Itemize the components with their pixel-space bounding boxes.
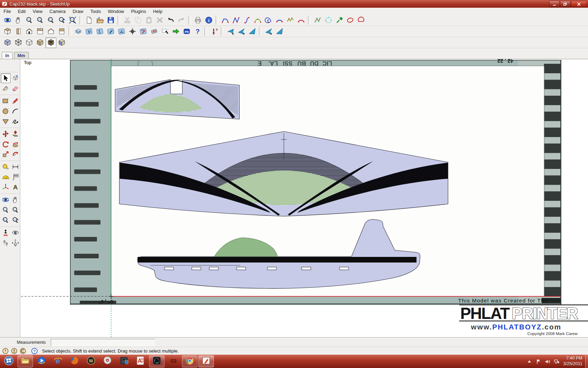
look-around-tool[interactable]	[10, 228, 20, 238]
bz-curve-button[interactable]	[220, 15, 231, 26]
menu-tools[interactable]: Tools	[87, 8, 104, 15]
eraser-tool[interactable]	[10, 83, 20, 93]
status-credit-icon[interactable]	[11, 348, 18, 354]
style-shaded-button[interactable]	[35, 38, 46, 48]
zoom-next-button[interactable]	[56, 15, 67, 26]
close-button[interactable]	[571, 1, 587, 7]
tray-network-icon[interactable]	[554, 359, 560, 364]
menu-file[interactable]: File	[0, 8, 14, 15]
print-button[interactable]	[192, 15, 203, 26]
bz-scurve-button[interactable]	[241, 15, 252, 26]
section-plane-tool[interactable]: CA-5	[10, 238, 20, 248]
style-xray-button[interactable]	[2, 38, 13, 48]
mark-x-button[interactable]: x	[236, 26, 247, 37]
mark-solid-button[interactable]	[247, 26, 258, 37]
tape-measure-tool[interactable]	[1, 162, 10, 172]
menu-draw[interactable]: Draw	[69, 8, 87, 15]
taskbar-photo-viewer[interactable]	[149, 355, 164, 367]
bz-arc-red-button[interactable]	[296, 15, 307, 26]
rectangle-tool[interactable]	[1, 96, 10, 106]
phlat-go-button[interactable]	[170, 26, 181, 37]
phlat-eraser-button[interactable]: Pb	[149, 26, 160, 37]
minimize-button[interactable]	[549, 1, 560, 7]
show-desktop-button[interactable]	[585, 355, 588, 368]
open-button[interactable]	[94, 15, 105, 26]
measurements-input[interactable]	[51, 339, 155, 346]
taskbar-start-button[interactable]	[1, 355, 16, 367]
taskbar-g3[interactable]: G3	[166, 355, 181, 367]
bz-spiral-button[interactable]	[263, 15, 274, 26]
bz-polyline-button[interactable]	[231, 15, 241, 26]
make-component-tool[interactable]	[10, 73, 20, 83]
tray-up-icon[interactable]	[526, 359, 532, 364]
phlat-help-button[interactable]: ?	[192, 26, 203, 37]
title-bar[interactable]: Cap232-black.skp - SketchUp	[0, 0, 588, 8]
copy-button[interactable]	[133, 15, 144, 26]
scene-tab-mm[interactable]: Mm	[14, 52, 29, 59]
mark-x2-button[interactable]: x	[263, 26, 274, 37]
dimension-tool[interactable]	[10, 162, 20, 172]
view-front-elev-button[interactable]	[46, 26, 56, 37]
cut-button[interactable]	[122, 15, 133, 26]
paste-button[interactable]	[144, 15, 154, 26]
menu-help[interactable]: Help	[149, 8, 166, 15]
taskbar-sketchup[interactable]	[198, 355, 214, 367]
drawing-canvas[interactable]: ELA.SSIBUDULIC	[20, 59, 588, 338]
style-wireframe-button[interactable]	[13, 38, 24, 48]
phlat-select-button[interactable]	[160, 26, 170, 37]
polygon-tool[interactable]	[1, 116, 10, 126]
position-camera-tool[interactable]	[1, 228, 10, 238]
zoom-window-tool[interactable]	[10, 205, 20, 215]
offset-tool[interactable]	[10, 149, 20, 159]
pan-button[interactable]	[13, 15, 24, 26]
phlat-panel-button[interactable]	[73, 26, 84, 37]
taskbar-clock[interactable]: 7:40 PM 3/25/2011	[563, 356, 582, 367]
model-info-button[interactable]: i	[203, 15, 214, 26]
taskbar-firefox[interactable]	[67, 355, 82, 367]
undo-button[interactable]	[165, 15, 176, 26]
tray-volume-icon[interactable]	[545, 359, 551, 364]
help-icon[interactable]: ?	[31, 348, 38, 354]
menu-plugins[interactable]: Plugins	[128, 8, 150, 15]
bz-arc-blue-button[interactable]	[274, 15, 285, 26]
scale-tool[interactable]	[1, 149, 10, 159]
phlat-safe-button[interactable]	[84, 26, 94, 37]
taskbar-wmp[interactable]	[34, 355, 49, 367]
maximize-button[interactable]	[560, 1, 570, 7]
phlat-center-button[interactable]	[127, 26, 138, 37]
style-textured-button[interactable]	[46, 38, 56, 48]
taskbar-amplifier[interactable]	[116, 355, 132, 367]
bz-polygon-button[interactable]	[323, 15, 334, 26]
view-top-button[interactable]	[35, 26, 46, 37]
walk-tool[interactable]	[1, 238, 10, 248]
menu-camera[interactable]: Camera	[46, 8, 69, 15]
zoom-tool[interactable]	[1, 205, 10, 215]
line-tool[interactable]	[10, 96, 20, 106]
taskbar-explorer[interactable]	[18, 355, 33, 367]
taskbar-ie[interactable]: e	[50, 355, 66, 367]
bz-arc-green-button[interactable]	[252, 15, 263, 26]
phlat-probe-button[interactable]: ?	[209, 26, 219, 37]
view-front-button[interactable]	[24, 26, 35, 37]
taskbar-autocad[interactable]: A2010	[133, 355, 148, 367]
zoom-button[interactable]	[24, 15, 35, 26]
phlat-gantry-button[interactable]	[116, 26, 127, 37]
phlat-pb-button[interactable]: Pb	[181, 26, 192, 37]
taskbar-chrome[interactable]	[182, 355, 197, 367]
menu-edit[interactable]: Edit	[14, 8, 29, 15]
zoom-extents-button[interactable]	[67, 15, 78, 26]
status-geolocation-icon[interactable]	[2, 348, 9, 354]
bz-wrench-button[interactable]	[334, 15, 345, 26]
taskbar-livedrive[interactable]	[100, 355, 115, 367]
bz-zigzag-button[interactable]	[285, 15, 296, 26]
redo-button[interactable]	[176, 15, 187, 26]
view-iso-button[interactable]	[2, 26, 13, 37]
mark-left-button[interactable]: x	[225, 26, 236, 37]
protractor-tool[interactable]	[1, 172, 10, 182]
taskbar-wow[interactable]: W	[83, 355, 99, 367]
new-button[interactable]	[84, 15, 94, 26]
menu-window[interactable]: Window	[104, 8, 127, 15]
move-tool[interactable]	[1, 129, 10, 139]
orbit-tool[interactable]	[1, 195, 10, 205]
delete-button[interactable]	[154, 15, 165, 26]
